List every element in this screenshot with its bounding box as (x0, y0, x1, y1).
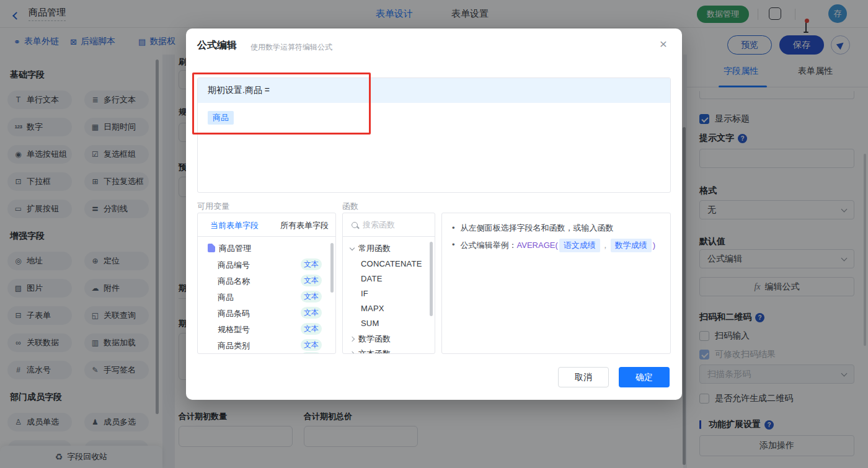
function-item[interactable]: MAPX (361, 304, 384, 313)
example-function: AVERAGE( (517, 241, 558, 250)
tip-text: 公式编辑举例： (461, 241, 517, 250)
tips-panel: •从左侧面板选择字段名和函数，或输入函数 • 公式编辑举例：AVERAGE(语文… (441, 213, 671, 354)
function-item[interactable]: DATE (361, 274, 383, 283)
function-search-input[interactable] (363, 220, 425, 229)
functions-scrollbar[interactable] (430, 242, 433, 316)
form-file-icon (208, 244, 215, 252)
functions-label: 函数 (342, 201, 358, 212)
modal-title: 公式编辑 (197, 39, 237, 52)
tree-field[interactable]: 商品 (218, 292, 234, 303)
tab-current-form-fields[interactable]: 当前表单字段 (210, 220, 259, 231)
tip-line-1: •从左侧面板选择字段名和函数，或输入函数 (452, 222, 614, 234)
formula-editor-area[interactable]: 期初设置.商品 = 商品 (197, 77, 671, 193)
example-close-paren: ) (653, 241, 655, 250)
comma-text: ， (601, 241, 609, 250)
field-type-badge: 文本 (301, 323, 322, 335)
field-type-badge: 文本 (301, 275, 322, 286)
variables-panel: 当前表单字段 所有表单字段 商品管理 商品编号文本 商品名称文本 商品文本 商品… (197, 213, 336, 354)
group-label: 文本函数 (358, 348, 391, 354)
formula-edit-modal: 公式编辑 使用数学运算符编辑公式 × 期初设置.商品 = 商品 可用变量 函数 … (186, 29, 682, 400)
field-type-badge: 文本 (301, 258, 322, 270)
tip-text: 从左侧面板选择字段名和函数，或输入函数 (461, 222, 614, 234)
function-group-common[interactable]: 常用函数 (350, 243, 391, 254)
group-label: 常用函数 (358, 243, 391, 254)
tip-example: 公式编辑举例：AVERAGE(语文成绩，数学成绩) (461, 239, 656, 252)
function-item[interactable]: SUM (361, 319, 379, 328)
tip-line-2: • 公式编辑举例：AVERAGE(语文成绩，数学成绩) (452, 239, 655, 252)
tree-root-form[interactable]: 商品管理 (219, 243, 251, 254)
tree-field[interactable]: 商品名称 (218, 276, 250, 287)
tab-all-form-fields[interactable]: 所有表单字段 (280, 220, 329, 231)
formula-target-text: 期初设置.商品 = (208, 85, 270, 96)
cancel-button[interactable]: 取消 (558, 367, 609, 387)
function-item[interactable]: CONCATENATE (361, 259, 422, 268)
function-group-text[interactable]: 文本函数 (350, 348, 391, 354)
tree-field[interactable]: 商品类别 (218, 340, 250, 351)
confirm-button[interactable]: 确定 (619, 367, 670, 387)
tree-field[interactable]: 商品编号 (218, 260, 250, 271)
search-icon (352, 222, 358, 228)
example-field-tag: 语文成绩 (559, 239, 600, 252)
chevron-collapsed-icon (350, 351, 355, 354)
function-search (343, 213, 435, 237)
field-type-badge-partial (301, 352, 322, 354)
field-type-badge: 文本 (301, 291, 322, 302)
variables-scrollbar[interactable] (330, 243, 334, 293)
formula-field-tag[interactable]: 商品 (208, 111, 234, 125)
group-label: 数学函数 (358, 333, 391, 345)
variables-tabs: 当前表单字段 所有表单字段 (198, 213, 335, 237)
tree-field[interactable]: 商品条码 (218, 308, 250, 319)
field-type-badge: 文本 (301, 307, 322, 319)
bullet-icon: • (452, 239, 455, 251)
formula-target-bar: 期初设置.商品 = (198, 78, 670, 103)
function-group-math[interactable]: 数学函数 (350, 333, 391, 345)
app-screen: 商品管理 表单设计 表单设置 数据管理 存 ⚭表单外链 ⊠后端脚本 ▤数据权 预… (0, 0, 868, 468)
field-type-badge: 文本 (301, 339, 322, 351)
tree-field[interactable]: 规格型号 (218, 324, 250, 335)
variables-label: 可用变量 (197, 201, 229, 212)
chevron-expanded-icon (350, 245, 355, 250)
example-field-tag: 数学成绩 (611, 239, 652, 252)
function-item[interactable]: IF (361, 289, 368, 298)
chevron-collapsed-icon (350, 337, 355, 342)
bullet-icon: • (452, 222, 455, 234)
modal-subtitle: 使用数学运算符编辑公式 (250, 42, 332, 53)
functions-panel: 常用函数 CONCATENATE DATE IF MAPX SUM 数学函数 文… (342, 213, 435, 354)
close-icon[interactable]: × (660, 37, 667, 50)
